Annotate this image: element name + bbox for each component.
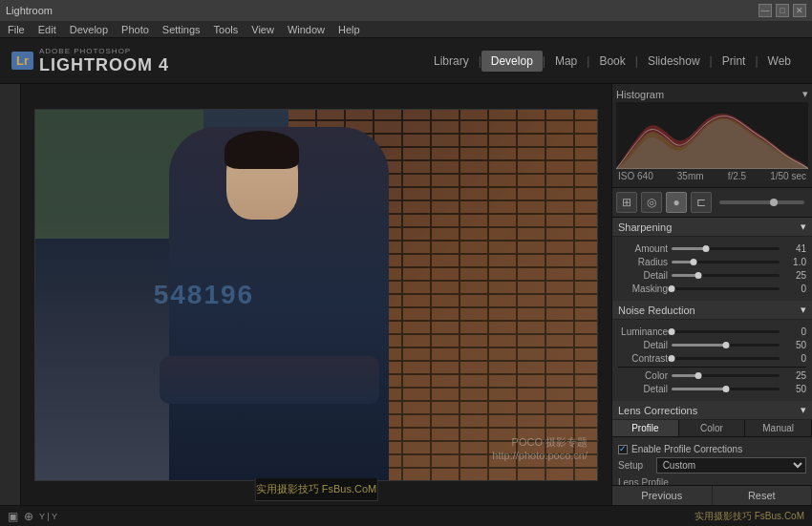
menu-settings[interactable]: Settings (162, 24, 201, 35)
slider-value-nr-contrast: 0 (783, 353, 806, 364)
slider-thumb-color-detail (722, 386, 729, 392)
slider-value-color-detail: 50 (783, 384, 806, 394)
adobe-label: ADOBE PHOTOSHOP (39, 47, 169, 55)
slider-track-amount[interactable] (672, 247, 780, 250)
noise-reduction-header[interactable]: Noise Reduction ▾ (612, 301, 812, 320)
slider-label-amount: Amount (618, 243, 668, 254)
menu-develop[interactable]: Develop (70, 24, 108, 35)
tab-print[interactable]: Print (713, 51, 756, 72)
lens-profile-label: Lens Profile (618, 475, 806, 485)
nav-tabs: Library | Develop | Map | Book | Slidesh… (424, 51, 801, 72)
sharpening-title: Sharpening (618, 221, 672, 233)
slider-row-radius: Radius 1.0 (618, 257, 806, 267)
previous-button[interactable]: Previous (612, 486, 713, 505)
sharpening-content: Amount 41 Radius 1.0 (612, 237, 812, 301)
tool-crop[interactable]: ⊏ (691, 192, 712, 213)
slider-thumb-color (695, 372, 702, 379)
slider-track-color[interactable] (672, 374, 780, 377)
menubar: File Edit Develop Photo Settings Tools V… (0, 21, 812, 38)
sharpening-header[interactable]: Sharpening ▾ (612, 218, 812, 237)
slider-track-color-detail[interactable] (672, 388, 780, 390)
slider-row-color: Color 25 (618, 370, 806, 381)
lens-corrections-content: Enable Profile Corrections Setup Custom … (612, 437, 812, 485)
lens-corrections-header[interactable]: Lens Corrections ▾ (612, 401, 812, 420)
panel-content[interactable]: Sharpening ▾ Amount 41 Radius (612, 218, 812, 485)
tab-slideshow[interactable]: Slideshow (638, 51, 710, 72)
slider-label-color: Color (618, 370, 668, 381)
slider-value-nr-detail: 50 (783, 340, 806, 350)
histogram-iso: ISO 640 (618, 171, 653, 181)
slider-thumb-nr-contrast (669, 355, 675, 362)
enable-profile-label: Enable Profile Corrections (631, 444, 742, 454)
enable-profile-corrections[interactable]: Enable Profile Corrections (618, 444, 806, 454)
lens-corrections-title: Lens Corrections (618, 405, 697, 416)
histogram-aperture: f/2.5 (728, 171, 746, 181)
reset-button[interactable]: Reset (713, 486, 813, 505)
sharpening-chevron: ▾ (801, 221, 806, 233)
zoom-icon[interactable]: ⊕ (24, 510, 33, 523)
slider-fill-nr-detail (672, 344, 726, 347)
slider-value-color: 25 (783, 370, 806, 381)
slider-row-masking: Masking 0 (618, 284, 806, 294)
slider-thumb-nr-detail (722, 342, 729, 348)
slider-thumb-amount (703, 245, 710, 252)
right-panel: Histogram ▾ (611, 84, 812, 505)
histogram-shutter: 1/50 sec (770, 171, 806, 181)
panel-bottom: Previous Reset (612, 485, 812, 505)
slider-label-nr-contrast: Contrast (618, 353, 668, 364)
menu-photo[interactable]: Photo (121, 24, 149, 35)
slider-row-amount: Amount 41 (618, 243, 806, 254)
tab-library[interactable]: Library (424, 51, 479, 72)
slider-track-nr-contrast[interactable] (672, 357, 780, 360)
menu-edit[interactable]: Edit (38, 24, 56, 35)
watermark-3: 实用摄影技巧 FsBus.CoM (255, 478, 378, 501)
watermark-1: 548196 (154, 280, 254, 310)
slider-track-luminance[interactable] (672, 330, 780, 333)
slider-thumb-luminance (669, 328, 675, 335)
tab-web[interactable]: Web (759, 51, 801, 72)
slider-thumb-radius (690, 259, 696, 265)
tab-book[interactable]: Book (589, 51, 634, 72)
tab-develop[interactable]: Develop (481, 51, 543, 72)
slider-track-nr-detail[interactable] (672, 344, 780, 347)
slider-label-color-detail: Detail (618, 384, 668, 394)
enable-profile-checkbox[interactable] (618, 445, 628, 454)
menu-view[interactable]: View (251, 24, 274, 35)
menu-help[interactable]: Help (338, 24, 360, 35)
maximize-button[interactable]: □ (776, 4, 789, 17)
minimize-button[interactable]: — (759, 4, 772, 17)
tools-slider-thumb (770, 199, 778, 206)
setup-select[interactable]: Custom (656, 457, 806, 473)
slider-row-color-detail: Detail 50 (618, 384, 806, 394)
close-button[interactable]: ✕ (793, 4, 806, 17)
menu-file[interactable]: File (8, 24, 25, 35)
slider-track-masking[interactable] (672, 287, 780, 290)
histogram-section: Histogram ▾ (612, 84, 812, 188)
lens-tabs: Profile Color Manual (612, 420, 812, 437)
tool-dot[interactable]: ● (666, 192, 687, 213)
lens-tab-profile[interactable]: Profile (612, 420, 679, 436)
filmstrip-icon[interactable]: ▣ (8, 510, 18, 523)
tools-slider[interactable] (719, 200, 804, 204)
photo-container: 548196 POCO 摄影专题 http://photo.poco.cn/ (34, 109, 598, 481)
slider-label-nr-detail: Detail (618, 340, 668, 350)
menu-tools[interactable]: Tools (214, 24, 239, 35)
slider-thumb-detail-sharp (695, 272, 702, 279)
app-title-label: Lightroom (6, 5, 53, 16)
histogram-chart (616, 102, 808, 169)
tool-circle[interactable]: ◎ (641, 192, 662, 213)
slider-value-amount: 41 (783, 243, 806, 254)
slider-row-detail-sharp: Detail 25 (618, 270, 806, 281)
tool-grid[interactable]: ⊞ (616, 192, 637, 213)
histogram-header: Histogram ▾ (616, 88, 808, 100)
titlebar-controls[interactable]: — □ ✕ (759, 4, 806, 17)
photo-background (35, 110, 597, 480)
lr-badge: Lr (11, 52, 33, 70)
lens-tab-color[interactable]: Color (679, 420, 746, 436)
lens-tab-manual[interactable]: Manual (745, 420, 812, 436)
tab-map[interactable]: Map (545, 51, 587, 72)
slider-value-radius: 1.0 (783, 257, 806, 267)
slider-track-radius[interactable] (672, 261, 780, 263)
slider-track-detail-sharp[interactable] (672, 274, 780, 277)
menu-window[interactable]: Window (288, 24, 325, 35)
